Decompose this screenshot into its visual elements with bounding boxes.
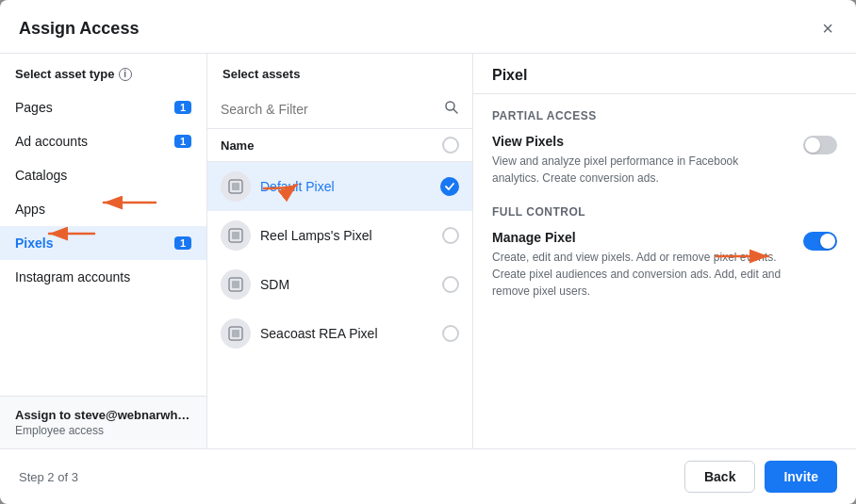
asset-type-panel: Select asset type i Pages 1 Ad accounts … (0, 54, 207, 448)
view-pixels-name: View Pixels (492, 134, 788, 149)
assign-access-modal: Assign Access × Select asset type i Page… (0, 0, 856, 504)
pixel-icon-seacoast (221, 318, 251, 349)
asset-type-list: Pages 1 Ad accounts 1 Catalogs Apps (0, 90, 206, 396)
sidebar-item-instagram[interactable]: Instagram accounts (0, 260, 206, 294)
permission-row-view-pixels: View Pixels View and analyze pixel perfo… (492, 134, 837, 187)
sidebar-item-ad-accounts[interactable]: Ad accounts 1 (0, 124, 206, 158)
modal-body: Select asset type i Pages 1 Ad accounts … (0, 54, 856, 448)
modal-header: Assign Access × (0, 0, 856, 54)
radio-placeholder (442, 137, 459, 154)
select-assets-panel: Select assets Name (207, 54, 473, 448)
asset-row-reel-lamps[interactable]: Reel Lamps's Pixel (207, 211, 472, 260)
partial-access-section: Partial access View Pixels View and anal… (492, 109, 837, 187)
assign-role-label: Employee access (15, 424, 191, 437)
permission-row-manage-pixel: Manage Pixel Create, edit and view pixel… (492, 230, 837, 300)
sidebar-item-apps[interactable]: Apps (0, 192, 206, 226)
assets-col-header: Name (207, 129, 472, 162)
permissions-panel: Pixel Partial access View Pixels View an… (473, 54, 856, 448)
partial-access-label: Partial access (492, 109, 837, 122)
sidebar-item-pages[interactable]: Pages 1 (0, 90, 206, 124)
asset-name-default-pixel: Default Pixel (260, 179, 431, 194)
svg-rect-7 (232, 281, 239, 288)
permissions-title: Pixel (473, 54, 856, 94)
pixel-icon-default (221, 171, 251, 202)
pixel-icon-sdm (221, 269, 251, 300)
back-button[interactable]: Back (684, 461, 755, 493)
sidebar-item-catalogs[interactable]: Catalogs (0, 158, 206, 192)
view-pixels-thumb (805, 138, 820, 153)
asset-name-sdm: SDM (260, 277, 433, 292)
asset-name-reel-lamps: Reel Lamps's Pixel (260, 228, 433, 243)
manage-pixel-toggle[interactable] (803, 232, 837, 251)
view-pixels-track[interactable] (803, 136, 837, 154)
search-box (207, 90, 472, 129)
search-icon (444, 100, 459, 119)
radio-reel-lamps (442, 227, 459, 244)
modal-footer: Step 2 of 3 Back Invite (0, 448, 856, 504)
info-icon[interactable]: i (119, 68, 132, 81)
assign-to-label: Assign to steve@webnarwha... (15, 408, 191, 422)
sidebar-item-pixels[interactable]: Pixels 1 (0, 226, 206, 260)
view-pixels-toggle[interactable] (803, 136, 837, 154)
radio-sdm (442, 276, 459, 293)
svg-rect-9 (232, 330, 239, 337)
asset-row-default-pixel[interactable]: Default Pixel (207, 162, 472, 211)
pixel-icon-reel-lamps (221, 220, 251, 251)
svg-rect-5 (232, 232, 239, 239)
select-assets-label: Select assets (222, 67, 300, 81)
full-control-label: Full control (492, 205, 837, 219)
invite-button[interactable]: Invite (765, 461, 837, 493)
manage-pixel-desc: Create, edit and view pixels. Add or rem… (492, 249, 788, 300)
assign-footer: Assign to steve@webnarwha... Employee ac… (0, 396, 206, 448)
col-header-name: Name (221, 138, 254, 153)
close-button[interactable]: × (818, 15, 837, 41)
svg-rect-3 (232, 183, 239, 190)
footer-buttons: Back Invite (684, 461, 837, 493)
radio-seacoast (442, 325, 459, 342)
full-control-section: Full control Manage Pixel Create, edit a… (492, 205, 837, 300)
check-circle-default-pixel (440, 177, 459, 196)
asset-type-header: Select asset type i (0, 54, 206, 90)
asset-type-label: Select asset type (15, 67, 115, 81)
view-pixels-desc: View and analyze pixel performance in Fa… (492, 153, 788, 187)
step-indicator: Step 2 of 3 (19, 470, 78, 484)
asset-row-seacoast[interactable]: Seacoast REA Pixel (207, 309, 472, 358)
manage-pixel-info: Manage Pixel Create, edit and view pixel… (492, 230, 788, 300)
asset-row-sdm[interactable]: SDM (207, 260, 472, 309)
permissions-body: Partial access View Pixels View and anal… (473, 94, 856, 448)
select-assets-header: Select assets (207, 54, 472, 90)
modal-title: Assign Access (19, 19, 139, 39)
manage-pixel-track[interactable] (803, 232, 837, 251)
view-pixels-info: View Pixels View and analyze pixel perfo… (492, 134, 788, 187)
search-input[interactable] (221, 102, 436, 117)
asset-name-seacoast: Seacoast REA Pixel (260, 326, 433, 341)
assets-items-list: Default Pixel (207, 162, 472, 448)
manage-pixel-thumb (820, 234, 835, 249)
svg-line-1 (453, 109, 457, 113)
manage-pixel-name: Manage Pixel (492, 230, 788, 245)
